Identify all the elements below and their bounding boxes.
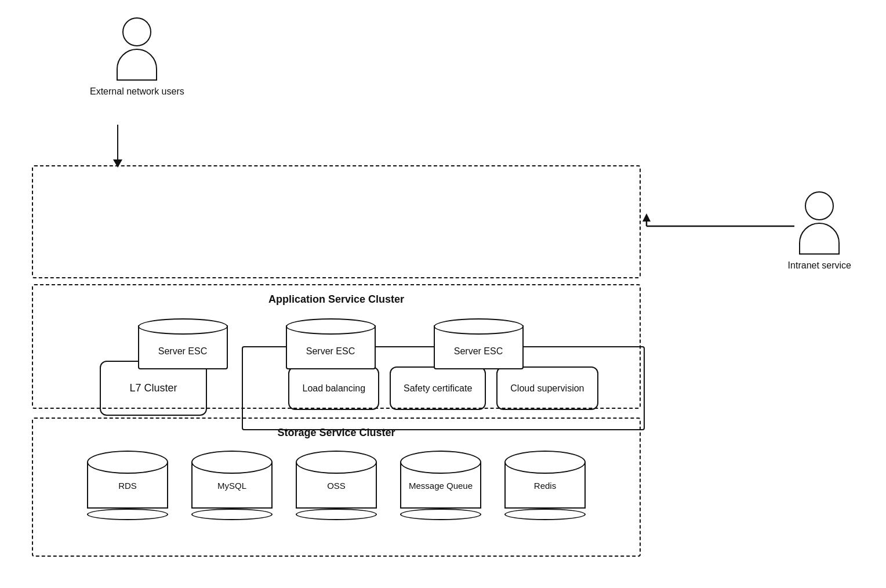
intranet-person-figure bbox=[799, 191, 840, 255]
person-body bbox=[117, 49, 157, 81]
server-esc-3: Server ESC bbox=[434, 318, 535, 376]
intranet-label: Intranet service bbox=[788, 260, 851, 271]
cylinder-label-3: Server ESC bbox=[434, 318, 524, 376]
disk-bottom-mysql bbox=[191, 509, 273, 520]
person-figure bbox=[117, 17, 157, 81]
cylinder-label-2: Server ESC bbox=[286, 318, 376, 376]
arrow-line-vertical bbox=[117, 125, 118, 159]
disk-label-mysql: MySQL bbox=[191, 462, 273, 509]
disk-bottom-mq bbox=[400, 509, 481, 520]
server-esc-2: Server ESC bbox=[286, 318, 387, 376]
storage-cluster: Storage Service Cluster RDS MySQL bbox=[32, 418, 641, 557]
server-esc-1: Server ESC bbox=[138, 318, 239, 376]
external-user: External network users bbox=[90, 17, 184, 97]
cylinder-label-1: Server ESC bbox=[138, 318, 228, 376]
external-user-label: External network users bbox=[90, 86, 184, 97]
disk-label-rds: RDS bbox=[87, 462, 168, 509]
person-head bbox=[122, 17, 151, 46]
redis-disk: Redis bbox=[504, 451, 586, 520]
intranet-person-body bbox=[799, 223, 840, 255]
storage-cluster-title: Storage Service Cluster bbox=[33, 427, 640, 439]
disk-label-redis: Redis bbox=[504, 462, 586, 509]
servers-row: Server ESC Server ESC Server ESC bbox=[33, 318, 640, 376]
app-cluster: Application Service Cluster Server ESC S… bbox=[32, 284, 641, 409]
top-cluster: L7 Cluster Load balancing Safety certifi… bbox=[32, 165, 641, 278]
intranet-service: Intranet service bbox=[788, 191, 851, 271]
app-cluster-title: Application Service Cluster bbox=[33, 293, 640, 306]
intranet-person-head bbox=[805, 191, 834, 220]
disk-bottom-oss bbox=[296, 509, 377, 520]
rds-disk: RDS bbox=[87, 451, 168, 520]
svg-marker-2 bbox=[642, 213, 651, 222]
messagequeue-disk: Message Queue bbox=[400, 451, 481, 520]
disk-bottom-redis bbox=[504, 509, 586, 520]
disk-label-mq: Message Queue bbox=[400, 462, 481, 509]
external-user-arrow bbox=[113, 125, 122, 168]
storage-items-row: RDS MySQL OSS Message Queue bbox=[33, 451, 640, 520]
oss-disk: OSS bbox=[296, 451, 377, 520]
diagram-container: External network users L7 Cluster Load b… bbox=[0, 0, 886, 588]
mysql-disk: MySQL bbox=[191, 451, 273, 520]
disk-bottom-rds bbox=[87, 509, 168, 520]
disk-label-oss: OSS bbox=[296, 462, 377, 509]
